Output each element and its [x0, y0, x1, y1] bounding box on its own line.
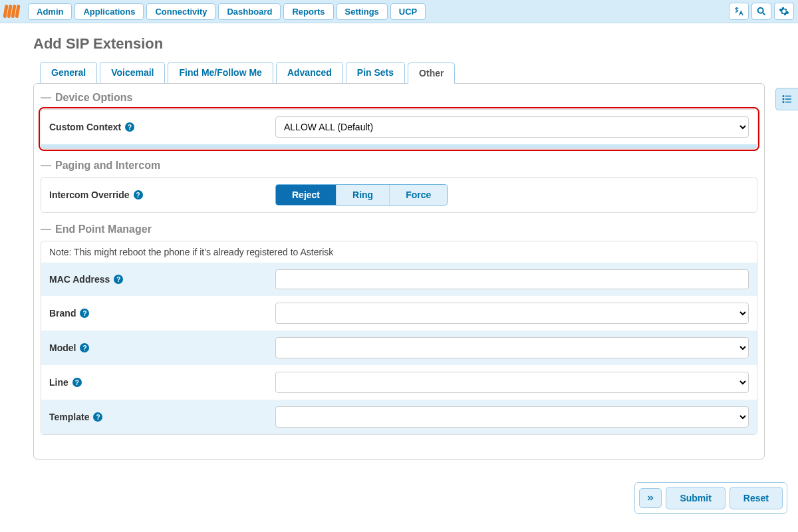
nav-applications[interactable]: Applications — [74, 3, 144, 20]
intercom-override-label: Intercom Override — [49, 190, 130, 200]
brand-select[interactable] — [275, 303, 749, 324]
collapse-icon: — — [41, 223, 51, 235]
footer-actions: Submit Reset — [0, 473, 798, 523]
device-options-frame: Custom Context ? ALLOW ALL (Default) — [41, 109, 757, 149]
row-custom-context: Custom Context ? ALLOW ALL (Default) — [41, 110, 757, 144]
template-label: Template — [49, 412, 89, 422]
gear-icon[interactable] — [774, 3, 794, 20]
row-model: Model ? — [41, 331, 757, 365]
tab-voicemail[interactable]: Voicemail — [100, 62, 165, 83]
tab-general[interactable]: General — [40, 62, 97, 83]
help-icon[interactable]: ? — [80, 309, 89, 318]
svg-point-2 — [783, 98, 784, 100]
svg-point-3 — [783, 102, 784, 103]
tab-other[interactable]: Other — [408, 63, 455, 84]
nav-connectivity[interactable]: Connectivity — [146, 3, 215, 20]
top-nav: Admin Applications Connectivity Dashboar… — [0, 0, 798, 23]
row-intercom-override: Intercom Override ? Reject Ring Force — [41, 178, 757, 212]
nav-ucp[interactable]: UCP — [390, 3, 426, 20]
help-icon[interactable]: ? — [125, 122, 134, 132]
help-icon[interactable]: ? — [114, 275, 123, 284]
help-icon[interactable]: ? — [72, 378, 82, 387]
custom-context-label: Custom Context — [49, 122, 121, 132]
logo-icon — [4, 4, 23, 19]
custom-context-select[interactable]: ALLOW ALL (Default) — [275, 116, 749, 138]
nav-settings[interactable]: Settings — [336, 3, 388, 20]
page-title: Add SIP Extension — [33, 35, 765, 53]
line-select[interactable] — [275, 372, 749, 393]
svg-point-0 — [758, 8, 763, 13]
collapse-icon: — — [41, 160, 51, 172]
row-line: Line ? — [41, 365, 757, 400]
reset-button[interactable]: Reset — [730, 487, 783, 509]
translate-icon[interactable] — [729, 3, 749, 20]
brand-label: Brand — [49, 308, 76, 319]
nav-admin[interactable]: Admin — [28, 3, 72, 20]
expand-button[interactable] — [639, 488, 662, 508]
section-title-text: Device Options — [55, 92, 132, 104]
section-title-text: End Point Manager — [55, 223, 152, 235]
submit-button[interactable]: Submit — [666, 487, 725, 509]
mac-label: MAC Address — [49, 274, 110, 285]
row-mac: MAC Address ? — [41, 263, 757, 296]
intercom-reject-button[interactable]: Reject — [276, 185, 336, 205]
line-label: Line — [49, 377, 68, 388]
intercom-override-group: Reject Ring Force — [275, 184, 448, 205]
section-paging[interactable]: — Paging and Intercom — [41, 160, 757, 172]
nav-reports[interactable]: Reports — [283, 3, 333, 20]
model-label: Model — [49, 342, 76, 353]
side-drawer-toggle[interactable] — [775, 88, 798, 110]
help-icon[interactable]: ? — [93, 412, 102, 422]
tab-findme[interactable]: Find Me/Follow Me — [168, 62, 273, 83]
help-icon[interactable]: ? — [80, 343, 89, 352]
progress-divider — [41, 144, 757, 148]
mac-input[interactable] — [275, 269, 749, 289]
model-select[interactable] — [275, 337, 749, 358]
section-device-options[interactable]: — Device Options — [41, 92, 757, 104]
tab-pinsets[interactable]: Pin Sets — [346, 62, 405, 83]
section-epm[interactable]: — End Point Manager — [41, 223, 757, 235]
tab-advanced[interactable]: Advanced — [276, 62, 343, 83]
row-template: Template ? — [41, 400, 757, 434]
epm-note: Note: This might reboot the phone if it'… — [41, 241, 757, 263]
section-title-text: Paging and Intercom — [55, 160, 160, 172]
collapse-icon: — — [41, 92, 51, 104]
help-icon[interactable]: ? — [134, 190, 143, 200]
tab-panel: — Device Options Custom Context ? ALLOW … — [33, 83, 765, 460]
template-select[interactable] — [275, 406, 749, 428]
paging-frame: Intercom Override ? Reject Ring Force — [41, 177, 757, 213]
intercom-force-button[interactable]: Force — [390, 185, 447, 205]
tabs: General Voicemail Find Me/Follow Me Adva… — [40, 62, 765, 83]
epm-frame: Note: This might reboot the phone if it'… — [41, 241, 757, 435]
nav-dashboard[interactable]: Dashboard — [218, 3, 281, 20]
intercom-ring-button[interactable]: Ring — [336, 185, 390, 205]
svg-point-1 — [783, 96, 784, 97]
row-brand: Brand ? — [41, 296, 757, 331]
search-icon[interactable] — [751, 3, 771, 20]
